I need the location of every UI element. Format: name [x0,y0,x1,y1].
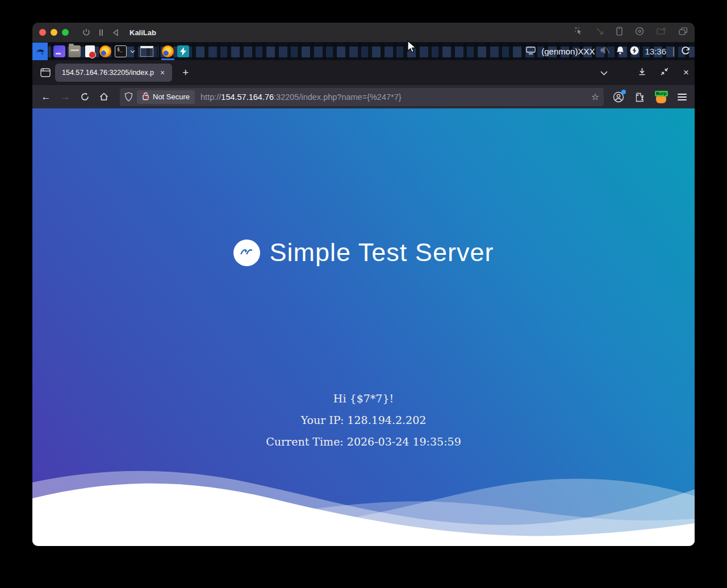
account-icon[interactable] [613,91,624,103]
zoom-window-button[interactable] [62,29,69,36]
server-messages: Hi {$7*7}! Your IP: 128.194.2.202 Curren… [32,388,695,452]
window-title: KaliLab [129,28,156,37]
kali-taskbar: $_ (genmon)XXX [32,43,695,60]
back-icon[interactable]: ← [38,91,54,103]
extensions-puzzle-icon[interactable] [634,92,645,102]
clock: 13:36 [645,47,666,56]
sparkle-cursor-icon[interactable] [574,27,583,38]
terminal-window-icon[interactable] [52,43,67,60]
resize-arrow-icon[interactable] [596,27,604,37]
workspace-pager-icon[interactable] [137,43,156,60]
broken-lock-icon [142,92,149,102]
url-scheme: http:// [200,93,221,102]
copy-windows-icon[interactable] [679,27,688,37]
bookmark-star-icon[interactable]: ☆ [591,91,599,102]
chevron-down-icon[interactable] [128,43,137,60]
macos-titlebar: KaliLab [32,23,695,43]
vm-toolbar-right [574,27,688,38]
tabbar-right-controls: × [600,67,689,78]
firefox-window-icon[interactable] [160,43,176,60]
firefox-tabbar: 154.57.164.76:32205/index.p × + × [32,60,695,85]
list-tabs-chevron-icon[interactable] [600,68,608,78]
url-bar[interactable]: Not Secure http://154.57.164.76:32205/in… [120,88,604,106]
url-text[interactable]: http://154.57.164.76:32205/index.php?nam… [200,93,587,102]
tab-close-icon[interactable]: × [158,68,166,77]
navbar-right-icons: Burp [613,91,687,103]
greeting-line: Hi {$7*7}! [32,388,695,409]
volume-muted-icon[interactable] [600,46,611,57]
file-manager-icon[interactable] [67,43,82,60]
disc-icon[interactable] [635,27,644,38]
url-host: 154.57.164.76 [221,93,274,102]
close-window-button[interactable] [39,29,46,36]
firefox-icon[interactable] [98,43,113,60]
burp-badge: Burp [655,91,668,96]
zap-proxy-icon[interactable] [176,43,191,60]
traffic-lights [39,29,69,36]
reload-icon[interactable] [77,93,93,101]
url-rest: :32205/index.php?name={%247*7} [274,93,402,102]
compress-icon[interactable] [661,68,668,78]
vm-window: KaliLab [32,23,695,546]
taskbar-separator [49,45,50,57]
usb-device-icon[interactable] [616,27,622,38]
wave-logo-icon [233,240,260,266]
text-editor-icon[interactable] [82,43,98,60]
shared-folder-icon[interactable] [657,27,666,37]
download-icon[interactable] [638,68,646,78]
time-line: Current Time: 2026-03-24 19:35:59 [32,431,695,452]
footer-waves [32,467,695,546]
home-icon[interactable] [96,93,112,101]
kali-menu-icon[interactable] [32,43,48,60]
power-status-icon[interactable] [630,46,639,57]
pause-icon[interactable] [98,29,104,36]
menu-hamburger-icon[interactable] [678,94,687,100]
browser-tab[interactable]: 154.57.164.76:32205/index.p × [55,64,172,82]
foxyproxy-fox [656,96,666,103]
web-page: Simple Test Server Hi {$7*7}! Your IP: 1… [32,108,695,546]
monitor-icon[interactable] [526,47,536,57]
ip-line: Your IP: 128.194.2.202 [32,409,695,431]
page-title: Simple Test Server [270,238,494,267]
mouse-cursor [407,40,417,54]
brand-header: Simple Test Server [32,238,695,267]
vm-control-icons [82,28,119,36]
forward-icon: → [57,91,73,103]
close-icon[interactable]: × [683,67,689,78]
shield-icon[interactable] [124,92,133,102]
firefox-view-icon[interactable] [40,68,51,77]
security-chip[interactable]: Not Secure [137,90,195,104]
power-icon[interactable] [82,28,90,36]
firefox-navbar: ← → Not Sec [32,85,695,108]
tab-title: 154.57.164.76:32205/index.p [62,69,154,77]
minimize-window-button[interactable] [51,29,57,36]
taskbar-separator [158,45,158,57]
taskbar-tray: (genmon)XXX 13:36 [526,43,695,60]
burp-proxy-icon[interactable]: Burp [655,91,667,103]
logout-icon[interactable] [681,46,690,57]
genmon-label: (genmon)XXX [541,47,595,56]
desktop-stage: KaliLab [0,0,727,588]
terminal-icon[interactable]: $_ [113,43,128,60]
new-tab-button[interactable]: + [179,66,192,79]
tray-separator [673,47,674,56]
back-triangle-icon[interactable] [112,29,119,36]
security-label: Not Secure [153,93,190,101]
notification-bell-icon[interactable] [616,46,624,57]
